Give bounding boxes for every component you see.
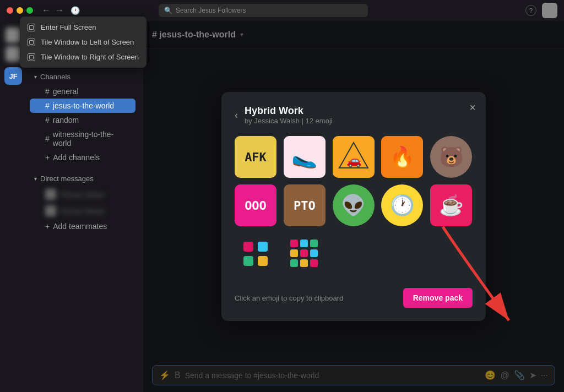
svg-rect-8: [310, 239, 318, 247]
svg-rect-12: [290, 259, 298, 267]
channels-label: Channels: [40, 73, 70, 81]
svg-rect-4: [243, 256, 253, 266]
search-placeholder: Search Jesus Followers: [176, 7, 246, 14]
emoji-bear-bag[interactable]: 🐻: [430, 136, 472, 178]
dm-item-2[interactable]: Person Name: [30, 203, 135, 219]
modal-title: Hybrid Work: [245, 105, 333, 117]
search-bar[interactable]: 🔍 Search Jesus Followers: [159, 4, 368, 17]
svg-rect-7: [300, 239, 308, 247]
svg-rect-9: [290, 249, 298, 257]
fullscreen-icon: [28, 24, 35, 31]
channel-name-witnessing: witnessing-to-the-world: [53, 130, 128, 148]
traffic-lights: [7, 7, 33, 14]
close-button[interactable]: [7, 7, 13, 14]
emoji-slack-logo[interactable]: [235, 233, 276, 275]
hash-icon-random: #: [45, 116, 50, 124]
add-teammates-label: Add teammates: [53, 222, 107, 231]
tile-right-label: Tile Window to Right of Screen: [41, 53, 139, 61]
modal-footer: Click an emoji to copy to clipboard Remo…: [235, 288, 473, 308]
hash-icon-witnessing: #: [45, 134, 50, 143]
modal-overlay: ‹ Hybrid Work by Jessica Walsh | 12 emoj…: [143, 21, 564, 392]
context-menu-item-fullscreen[interactable]: Enter Full Screen: [20, 20, 147, 35]
tile-right-icon: [28, 53, 35, 61]
emoji-coffee[interactable]: ☕: [430, 184, 472, 226]
emoji-pto[interactable]: PTO: [284, 184, 326, 226]
main-layout: JF 💬 ⋮ More ▾ Channels: [0, 21, 564, 392]
maximize-button[interactable]: [26, 7, 33, 14]
channel-name-active: jesus-to-the-world: [53, 101, 114, 110]
emoji-grid: AFK 🥿 🚗 🔥 🐻 OOO PTO 👽: [235, 136, 473, 275]
context-menu-item-tile-right[interactable]: Tile Window to Right of Screen: [20, 50, 147, 64]
modal-header: ‹ Hybrid Work by Jessica Walsh | 12 emoj…: [235, 105, 473, 125]
dm-arrow: ▾: [34, 176, 37, 182]
channels-section[interactable]: ▾ Channels: [26, 69, 139, 84]
add-channels-item[interactable]: + Add channels: [30, 150, 135, 165]
tile-left-label: Tile Window to Left of Screen: [41, 38, 134, 46]
modal-title-block: Hybrid Work by Jessica Walsh | 12 emoji: [245, 105, 333, 125]
svg-rect-13: [300, 259, 308, 267]
dm-name-1: Person Name: [61, 190, 104, 199]
modal-meta: by Jessica Walsh | 12 emoji: [245, 117, 333, 125]
modal-emoji-count: 12 emoji: [306, 117, 333, 125]
dm-name-2: Person Name: [61, 207, 104, 215]
context-menu: Enter Full Screen Tile Window to Left of…: [20, 17, 147, 68]
svg-rect-11: [310, 249, 318, 257]
modal-author: by Jessica Walsh: [245, 117, 300, 125]
sidebar-channel-witnessing[interactable]: # witnessing-to-the-world: [30, 127, 135, 150]
footer-text: Click an emoji to copy to clipboard: [235, 294, 343, 302]
svg-rect-10: [300, 249, 308, 257]
content-area: # jesus-to-the-world ▾ ‹ Hybrid Work by …: [143, 21, 564, 392]
add-teammates-plus: +: [45, 222, 50, 231]
svg-rect-6: [290, 239, 298, 247]
svg-rect-14: [310, 259, 318, 267]
sidebar-channel-jesus-to-the-world[interactable]: # jesus-to-the-world: [30, 99, 135, 113]
workspace-avatar-2[interactable]: [6, 46, 21, 62]
emoji-afk[interactable]: AFK: [235, 136, 276, 178]
svg-rect-5: [258, 256, 268, 266]
emoji-clock[interactable]: 🕐: [381, 184, 423, 226]
add-channels-label: Add channels: [53, 153, 100, 162]
dm-avatar-1: [45, 189, 56, 200]
minimize-button[interactable]: [17, 7, 23, 14]
sidebar: JF 💬 ⋮ More ▾ Channels: [0, 21, 143, 392]
context-menu-item-tile-left[interactable]: Tile Window to Left of Screen: [20, 35, 147, 50]
hash-icon: #: [45, 87, 50, 96]
emoji-car-sign[interactable]: 🚗: [333, 136, 375, 178]
remove-pack-button[interactable]: Remove pack: [403, 288, 473, 308]
svg-text:🚗: 🚗: [346, 153, 361, 168]
dm-label: Direct messages: [40, 175, 94, 183]
jf-avatar[interactable]: JF: [4, 67, 22, 85]
svg-rect-3: [258, 242, 268, 252]
sidebar-channel-general[interactable]: # general: [30, 84, 135, 99]
emoji-ooo[interactable]: OOO: [235, 184, 276, 226]
back-button[interactable]: ←: [42, 6, 51, 15]
emoji-shoe[interactable]: 🥿: [284, 136, 326, 178]
channel-name-general: general: [53, 87, 79, 96]
emoji-slack-grid[interactable]: [284, 233, 326, 275]
add-teammates-item[interactable]: + Add teammates: [30, 219, 135, 233]
search-icon: 🔍: [164, 7, 172, 14]
emoji-pack-modal: ‹ Hybrid Work by Jessica Walsh | 12 emoj…: [221, 92, 486, 321]
channel-name-random: random: [53, 116, 79, 124]
sidebar-channel-random[interactable]: # random: [30, 113, 135, 127]
dm-item-1[interactable]: Person Name: [30, 186, 135, 203]
nav-buttons: ← → 🕐: [42, 6, 80, 15]
emoji-alien[interactable]: 👽: [333, 184, 375, 226]
help-button[interactable]: ?: [525, 5, 536, 16]
workspace-avatar-1[interactable]: [6, 28, 21, 43]
dm-avatar-2: [45, 205, 56, 216]
tile-left-icon: [28, 39, 35, 46]
modal-separator: |: [302, 117, 306, 125]
svg-rect-2: [243, 242, 253, 252]
plus-icon: +: [45, 153, 50, 162]
emoji-campfire[interactable]: 🔥: [381, 136, 423, 178]
hash-icon-active: #: [45, 101, 50, 110]
channels-arrow: ▾: [34, 74, 37, 80]
history-button[interactable]: 🕐: [70, 6, 80, 15]
user-avatar[interactable]: [542, 3, 557, 18]
dm-section[interactable]: ▾ Direct messages: [26, 171, 139, 186]
forward-button[interactable]: →: [55, 6, 64, 15]
modal-close-button[interactable]: ×: [469, 102, 476, 113]
fullscreen-label: Enter Full Screen: [41, 23, 96, 31]
modal-back-button[interactable]: ‹: [235, 110, 238, 121]
